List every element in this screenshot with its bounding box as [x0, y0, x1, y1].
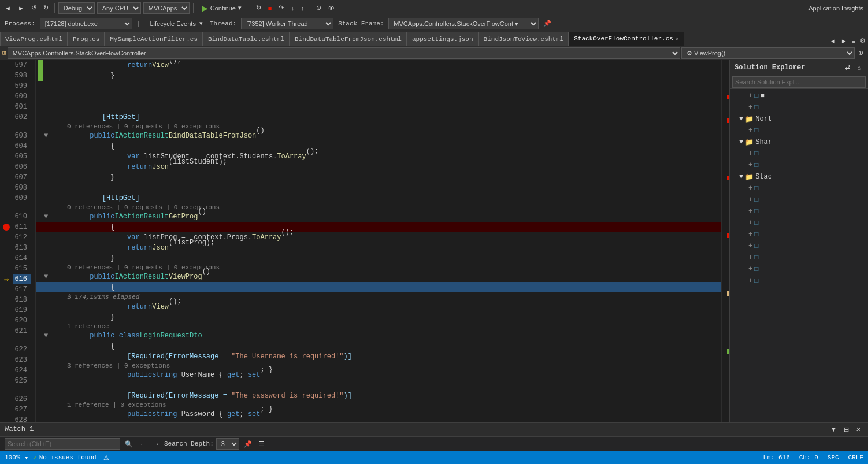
watch-options-button[interactable]: ☰ — [257, 439, 267, 449]
code-line-597: return View(); — [36, 60, 721, 70]
tab-close-icon[interactable]: ✕ — [676, 35, 679, 42]
tab-viewprog[interactable]: ViewProg.cshtml — [0, 32, 68, 46]
gutter-606 — [0, 162, 13, 172]
cpu-selector[interactable]: Any CPU — [97, 2, 141, 14]
se-item-stac[interactable]: ▼ 📁 Stac — [730, 171, 868, 183]
gutter-611[interactable] — [0, 222, 13, 232]
se-label-stac: Stac — [755, 173, 772, 181]
step-over-button[interactable]: ↷ — [276, 3, 286, 13]
se-item-12[interactable]: + □ — [730, 252, 868, 263]
code-line-613: return Json(listProg); — [36, 243, 721, 253]
tab-mysample[interactable]: MySampleActionFilter.cs — [105, 32, 203, 46]
code-line-616: { — [36, 282, 721, 292]
editor-tabs: ViewProg.cshtml Prog.cs MySampleActionFi… — [0, 31, 868, 46]
stack-selector[interactable]: MVCApps.Controllers.StackOverFlowCont ▾ — [388, 18, 539, 29]
se-item-1[interactable]: + □ ■ — [730, 90, 868, 102]
app-insights-button[interactable]: Application Insights — [806, 3, 866, 13]
watch-collapse-button[interactable]: ▼ — [828, 425, 839, 434]
redo-button[interactable]: ↻ — [41, 3, 51, 13]
gutter-615 — [0, 263, 13, 274]
continue-button[interactable]: ▶ Continue ▾ — [197, 2, 246, 14]
thread-selector[interactable]: [7352] Worker Thread — [241, 18, 333, 29]
namespace-selector[interactable]: MVCApps.Controllers.StackOverFlowControl… — [8, 47, 680, 59]
breakpoints-button[interactable]: ⊙ — [314, 3, 324, 13]
status-bar: 100% ▾ ✓ No issues found ⚠ Ln: 616 Ch: 9… — [0, 451, 868, 464]
watch-pin-button[interactable]: 📌 — [242, 439, 254, 449]
se-sync-button[interactable]: ⇄ — [843, 62, 852, 72]
step-out-button[interactable]: ↑ — [299, 3, 307, 13]
se-item-2[interactable]: + □ — [730, 102, 868, 113]
tab-scroll-right[interactable]: ► — [839, 36, 850, 46]
watch-search-button[interactable]: 🔍 — [123, 439, 135, 449]
debug-arrow: ⇒ — [4, 274, 9, 284]
lifecycle-button[interactable]: Lifecycle Events ▾ — [145, 18, 205, 28]
tab-bindjsontoview[interactable]: BindJsonToView.cshtml — [478, 32, 569, 46]
se-item-5[interactable]: + □ — [730, 159, 868, 171]
breakpoint-dot[interactable] — [3, 224, 10, 231]
pin-button[interactable]: 📌 — [541, 18, 554, 28]
code-line-623 — [36, 380, 721, 391]
addr-expand[interactable]: ⊕ — [856, 48, 866, 58]
se-search-input[interactable] — [732, 76, 866, 88]
se-item-7[interactable]: + □ — [730, 194, 868, 206]
sep2 — [193, 3, 194, 13]
se-item-10[interactable]: + □ — [730, 229, 868, 240]
debug-selector[interactable]: Debug — [58, 2, 95, 14]
undo-button[interactable]: ↺ — [29, 3, 39, 13]
watch-search-input[interactable] — [5, 438, 120, 450]
se-item-13[interactable]: + □ — [730, 263, 868, 275]
watch-forward-button[interactable]: → — [151, 439, 162, 448]
spacing-status: SPC — [828, 454, 839, 461]
watch-depth-label: Search Depth: — [164, 440, 214, 447]
watch-back-button[interactable]: ← — [138, 439, 149, 448]
zoom-dropdown[interactable]: ▾ — [24, 454, 28, 462]
code-line-602: [HttpGet] — [36, 112, 721, 123]
tab-menu[interactable]: ≡ — [850, 36, 858, 46]
tab-prog[interactable]: Prog.cs — [68, 32, 105, 46]
mini-error-marker — [727, 118, 729, 123]
code-line-614: } — [36, 253, 721, 263]
se-item-14[interactable]: + □ — [730, 275, 868, 287]
tab-stackoverflow[interactable]: StackOverFlowController.cs ✕ — [569, 32, 684, 46]
se-item-shar[interactable]: ▼ 📁 Shar — [730, 136, 868, 148]
add-icon-4: + — [748, 150, 752, 158]
restart-button[interactable]: ↻ — [254, 3, 264, 13]
stop-button[interactable]: ■ — [266, 3, 275, 13]
se-item-8[interactable]: + □ — [730, 206, 868, 217]
watch-depth-selector[interactable]: 3 — [216, 438, 239, 450]
mini-error-marker3 — [727, 233, 729, 238]
method-selector[interactable]: ⚙ ViewProg() — [681, 47, 855, 59]
app-selector[interactable]: MVCApps — [143, 2, 190, 14]
tab-binddatatablefromjson[interactable]: BindDataTableFromJson.cshtml — [290, 32, 407, 46]
ln-ref4 — [13, 386, 31, 394]
se-item-4[interactable]: + □ — [730, 148, 868, 159]
watch-undock-button[interactable]: ⊟ — [841, 425, 851, 435]
status-warning-button[interactable]: ⚠ — [101, 453, 112, 463]
se-item-6[interactable]: + □ — [730, 183, 868, 194]
se-item-3[interactable]: + □ — [730, 125, 868, 136]
file-icon-11: □ — [754, 242, 758, 250]
tab-binddatatable[interactable]: BindDataTable.cshtml — [203, 32, 290, 46]
code-line-608 — [36, 183, 721, 193]
code-editor[interactable]: return View(); } — [36, 60, 721, 422]
add-icon-6: + — [748, 184, 752, 192]
ln-627: 627 — [13, 404, 31, 415]
se-item-nort[interactable]: ▼ 📁 Nort — [730, 113, 868, 125]
se-item-9[interactable]: + □ — [730, 217, 868, 229]
se-home-button[interactable]: ⌂ — [855, 62, 863, 72]
se-item-11[interactable]: + □ — [730, 240, 868, 252]
tab-options[interactable]: ⚙ — [858, 36, 868, 46]
step-into-button[interactable]: ↓ — [288, 3, 296, 13]
forward-button[interactable]: ► — [16, 3, 27, 13]
gutter-602 — [0, 112, 13, 123]
watch-button[interactable]: 👁 — [326, 3, 337, 13]
back-button[interactable]: ◄ — [2, 3, 13, 13]
no-issues-indicator: ✓ No issues found — [33, 454, 97, 462]
tab-appsettings[interactable]: appsettings.json — [407, 32, 478, 46]
gutter-601 — [0, 102, 13, 112]
watch-close-button[interactable]: ✕ — [854, 425, 863, 435]
ln-616: 616 — [13, 274, 31, 284]
main-content: ⇒ 597 598 599 600 601 602 603 604 605 60… — [0, 60, 868, 422]
process-selector[interactable]: [17128] dotnet.exe — [40, 18, 132, 29]
tab-scroll-left[interactable]: ◄ — [828, 36, 839, 46]
